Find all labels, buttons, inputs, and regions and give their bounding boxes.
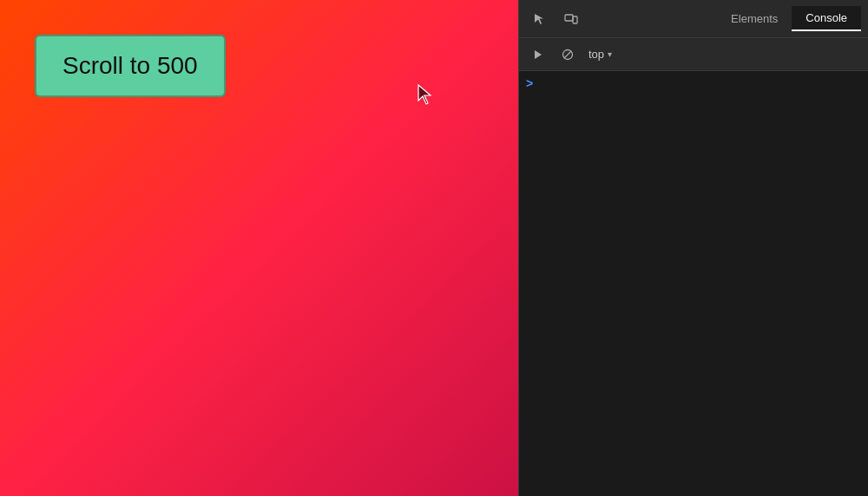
console-secondary-toolbar: top ▾ [519, 38, 868, 71]
clear-console-icon[interactable] [556, 42, 580, 67]
context-label: top [589, 48, 604, 61]
devtools-top-toolbar: Elements Console [519, 0, 868, 38]
console-output-area: > [519, 71, 868, 496]
devtools-tabs: Elements Console [717, 6, 861, 31]
scroll-to-500-button[interactable]: Scroll to 500 [35, 35, 226, 97]
console-chevron-icon: > [526, 76, 533, 90]
svg-marker-3 [535, 50, 542, 59]
webpage-area: Scroll to 500 [0, 0, 518, 496]
svg-rect-1 [565, 15, 573, 21]
inspect-element-icon[interactable] [526, 5, 554, 33]
run-snippet-icon[interactable] [526, 42, 550, 67]
context-selector[interactable]: top ▾ [589, 48, 612, 61]
console-prompt-row: > [526, 76, 861, 90]
tab-elements[interactable]: Elements [717, 7, 792, 30]
console-input[interactable] [536, 77, 861, 90]
mouse-cursor [417, 83, 436, 106]
chevron-down-icon: ▾ [608, 49, 612, 59]
tab-console[interactable]: Console [792, 6, 861, 31]
device-toolbar-icon[interactable] [557, 5, 585, 33]
svg-line-5 [564, 51, 571, 58]
svg-marker-0 [418, 85, 431, 104]
svg-rect-2 [573, 16, 577, 23]
devtools-panel: Elements Console top ▾ > [518, 0, 868, 496]
